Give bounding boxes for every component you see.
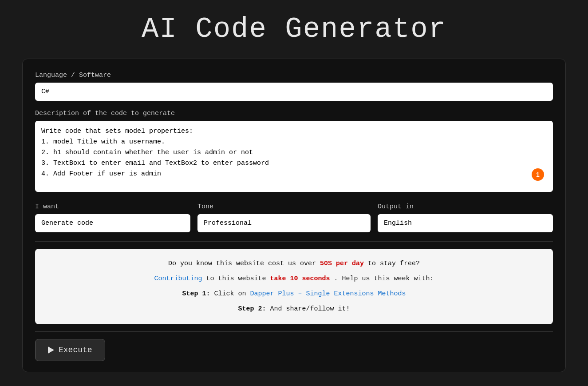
execute-label: Execute bbox=[59, 346, 92, 354]
contributing-link[interactable]: Contributing bbox=[154, 275, 202, 283]
info-line-3: Step 1: Click on Dapper Plus – Single Ex… bbox=[44, 289, 544, 299]
description-textarea[interactable]: Write code that sets model properties: 1… bbox=[35, 121, 553, 192]
page-header: AI Code Generator bbox=[0, 0, 588, 54]
info-line-2: Contributing to this website take 10 sec… bbox=[44, 274, 544, 284]
tone-label: Tone bbox=[197, 203, 371, 211]
dapper-plus-link[interactable]: Dapper Plus – Single Extensions Methods bbox=[250, 290, 406, 298]
i-want-input[interactable] bbox=[35, 214, 190, 232]
language-input[interactable] bbox=[35, 83, 553, 101]
output-input[interactable] bbox=[378, 214, 553, 232]
language-section: Language / Software bbox=[35, 72, 553, 101]
divider-2 bbox=[35, 331, 553, 332]
info-box: Do you know this website cost us over 50… bbox=[35, 249, 553, 324]
take-10-seconds-highlight: take 10 seconds bbox=[270, 275, 330, 283]
tone-section: Tone bbox=[197, 203, 371, 232]
language-label: Language / Software bbox=[35, 72, 553, 79]
info-line-4: Step 2: And share/follow it! bbox=[44, 304, 544, 314]
i-want-label: I want bbox=[35, 203, 190, 211]
divider-1 bbox=[35, 241, 553, 242]
description-section: Description of the code to generate Writ… bbox=[35, 110, 553, 194]
play-icon bbox=[48, 346, 54, 354]
options-row: I want Tone Output in bbox=[35, 203, 553, 232]
main-container: Language / Software Description of the c… bbox=[22, 59, 566, 372]
cost-highlight: 50$ per day bbox=[320, 260, 364, 267]
execute-button[interactable]: Execute bbox=[35, 339, 105, 361]
output-section: Output in bbox=[378, 203, 553, 232]
info-line-1: Do you know this website cost us over 50… bbox=[44, 259, 544, 269]
tone-input[interactable] bbox=[197, 214, 371, 232]
page-title: AI Code Generator bbox=[9, 13, 579, 45]
description-label: Description of the code to generate bbox=[35, 110, 553, 117]
notification-badge: 1 bbox=[532, 168, 544, 181]
output-label: Output in bbox=[378, 203, 553, 211]
i-want-section: I want bbox=[35, 203, 190, 232]
